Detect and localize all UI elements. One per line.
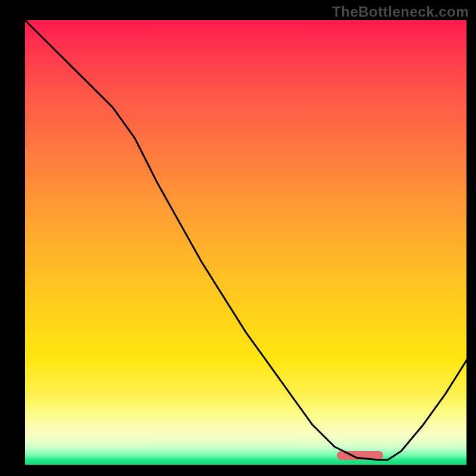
chart-frame: TheBottleneck.com (0, 0, 476, 476)
curve-line (24, 19, 468, 466)
watermark-text: TheBottleneck.com (332, 4, 469, 20)
plot-inner (24, 19, 468, 466)
plot-area (24, 19, 468, 466)
